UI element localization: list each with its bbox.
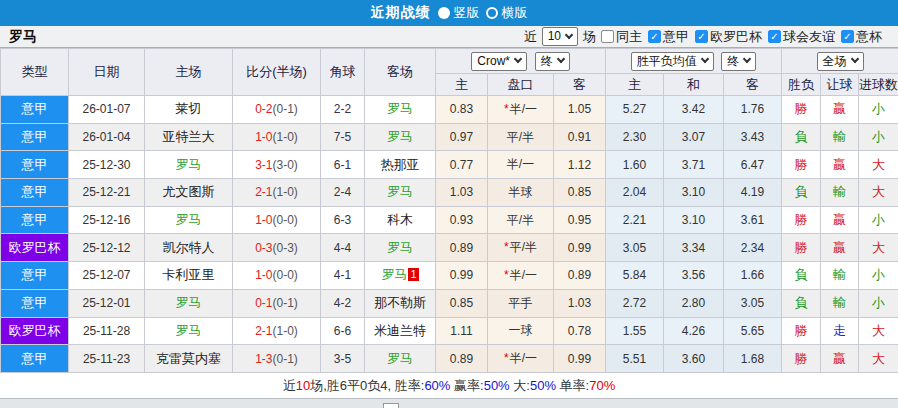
handicap-result-cell: 贏 xyxy=(821,96,859,124)
score-cell: 3-1(3-0) xyxy=(233,151,321,179)
result-cell: 勝 xyxy=(782,345,821,373)
match-scope-select[interactable]: 全场 xyxy=(817,52,864,71)
away-team-cell: 罗马 xyxy=(365,123,436,151)
corners-cell: 6-3 xyxy=(321,206,365,234)
handicap-home-odds: 0.99 xyxy=(436,262,488,290)
corners-cell: 7-5 xyxy=(321,123,365,151)
handicap-home-odds: 0.83 xyxy=(436,96,488,124)
avg-away-odds: 1.68 xyxy=(724,345,782,373)
away-team-cell: 科木 xyxy=(365,206,436,234)
away-team-cell: 罗马 xyxy=(365,345,436,373)
recent-count-select[interactable]: 10 xyxy=(542,27,578,46)
away-team-cell: 那不勒斯 xyxy=(365,289,436,317)
handicap-away-odds: 1.03 xyxy=(554,289,606,317)
home-team-cell: 亚特兰大 xyxy=(145,123,233,151)
filter-bar: 罗马 近 10 场 同主✓意甲✓欧罗巴杯✓球会友谊✓意杯 xyxy=(0,26,898,48)
avg-away-odds: 3.43 xyxy=(724,123,782,151)
checkbox-icon[interactable]: ✓ xyxy=(768,30,781,43)
handicap-home-odds: 0.89 xyxy=(436,345,488,373)
league-cell: 欧罗巴杯 xyxy=(1,234,69,262)
summary-segment: 50% xyxy=(530,378,556,393)
col-header-away: 客场 xyxy=(365,49,436,96)
corners-cell: 2-4 xyxy=(321,179,365,207)
corners-cell: 4-4 xyxy=(321,234,365,262)
handicap-away-odds: 1.12 xyxy=(554,151,606,179)
avg-home-odds: 5.84 xyxy=(606,262,664,290)
table-row: 意甲25-12-16罗马1-0(0-0)6-3科木0.93平/半0.952.21… xyxy=(1,206,898,234)
goals-result-cell: 小 xyxy=(859,123,898,151)
league-cell: 意甲 xyxy=(1,123,69,151)
handicap-line: 半球 xyxy=(488,179,554,207)
bookmaker-select[interactable]: Crow* xyxy=(471,52,527,71)
col-header-home: 主场 xyxy=(145,49,233,96)
chevron-down-icon xyxy=(700,55,708,63)
chevron-down-icon xyxy=(556,55,564,63)
radio-icon[interactable] xyxy=(486,7,498,19)
avg-away-odds: 4.19 xyxy=(724,179,782,207)
corners-cell: 4-2 xyxy=(321,289,365,317)
summary-segment: 单率: xyxy=(556,378,589,393)
handicap-result-cell: 輸 xyxy=(821,123,859,151)
home-team-cell: 尤文图斯 xyxy=(145,179,233,207)
col-header-corners: 角球 xyxy=(321,49,365,96)
result-cell: 勝 xyxy=(782,317,821,345)
handicap-result-cell: 輸 xyxy=(821,289,859,317)
handicap-result-cell: 走 xyxy=(821,317,859,345)
date-cell: 25-12-07 xyxy=(69,262,145,290)
col-header-score: 比分(半场) xyxy=(233,49,321,96)
summary-segment: 大: xyxy=(510,378,530,393)
avg-home-odds: 5.27 xyxy=(606,96,664,124)
handicap-result-cell: 輸 xyxy=(821,262,859,290)
results-body: 意甲26-01-07莱切0-2(0-1)2-2罗马0.83*半/一1.055.2… xyxy=(1,96,898,373)
filter-checkbox: 同主 xyxy=(601,28,642,46)
result-cell: 負 xyxy=(782,289,821,317)
subcol-handicap-line: 盘口 xyxy=(488,74,554,96)
checkbox-icon[interactable] xyxy=(601,30,614,43)
avg-home-odds: 2.72 xyxy=(606,289,664,317)
handicap-time-select[interactable]: 终 xyxy=(535,52,570,71)
chevron-down-icon xyxy=(514,55,522,63)
avg-odds-select[interactable]: 胜平负均值 xyxy=(631,52,714,71)
checkbox-label: 意甲 xyxy=(663,28,689,46)
avg-away-odds: 6.47 xyxy=(724,151,782,179)
date-cell: 25-12-21 xyxy=(69,179,145,207)
table-row: 意甲26-01-07莱切0-2(0-1)2-2罗马0.83*半/一1.055.2… xyxy=(1,96,898,124)
league-cell: 意甲 xyxy=(1,289,69,317)
checkbox-label: 欧罗巴杯 xyxy=(710,28,762,46)
date-cell: 25-12-16 xyxy=(69,206,145,234)
checkbox-icon[interactable]: ✓ xyxy=(841,30,854,43)
filter-controls: 近 10 场 同主✓意甲✓欧罗巴杯✓球会友谊✓意杯 xyxy=(524,27,882,46)
handicap-away-odds: 0.78 xyxy=(554,317,606,345)
avg-draw-odds: 3.56 xyxy=(664,262,724,290)
radio-icon[interactable] xyxy=(438,7,450,19)
handicap-away-odds: 0.85 xyxy=(554,179,606,207)
avg-draw-odds: 3.10 xyxy=(664,179,724,207)
checkbox-icon[interactable]: ✓ xyxy=(695,30,708,43)
league-cell: 意甲 xyxy=(1,179,69,207)
radio-label: 横版 xyxy=(502,4,528,22)
handicap-line: 半/一 xyxy=(488,151,554,179)
league-cell: 意甲 xyxy=(1,262,69,290)
handicap-line: *半/一 xyxy=(488,96,554,124)
avg-away-odds: 3.05 xyxy=(724,289,782,317)
home-team-cell: 罗马 xyxy=(145,151,233,179)
date-cell: 25-11-23 xyxy=(69,345,145,373)
result-cell: 負 xyxy=(782,262,821,290)
subcol-result: 胜负 xyxy=(782,74,821,96)
handicap-line: *半/一 xyxy=(488,345,554,373)
handicap-away-odds: 0.91 xyxy=(554,123,606,151)
avg-time-select[interactable]: 终 xyxy=(721,52,756,71)
summary-segment: 50% xyxy=(484,378,510,393)
partial-control xyxy=(383,403,399,408)
handicap-line: *平/半 xyxy=(488,234,554,262)
checkbox-label: 同主 xyxy=(616,28,642,46)
avg-away-odds: 2.34 xyxy=(724,234,782,262)
date-cell: 25-12-30 xyxy=(69,151,145,179)
avg-draw-odds: 3.60 xyxy=(664,345,724,373)
corners-cell: 2-2 xyxy=(321,96,365,124)
chevron-down-icon xyxy=(850,55,858,63)
result-cell: 負 xyxy=(782,123,821,151)
away-team-cell: 米迪兰特 xyxy=(365,317,436,345)
handicap-line: 平手 xyxy=(488,289,554,317)
checkbox-icon[interactable]: ✓ xyxy=(648,30,661,43)
